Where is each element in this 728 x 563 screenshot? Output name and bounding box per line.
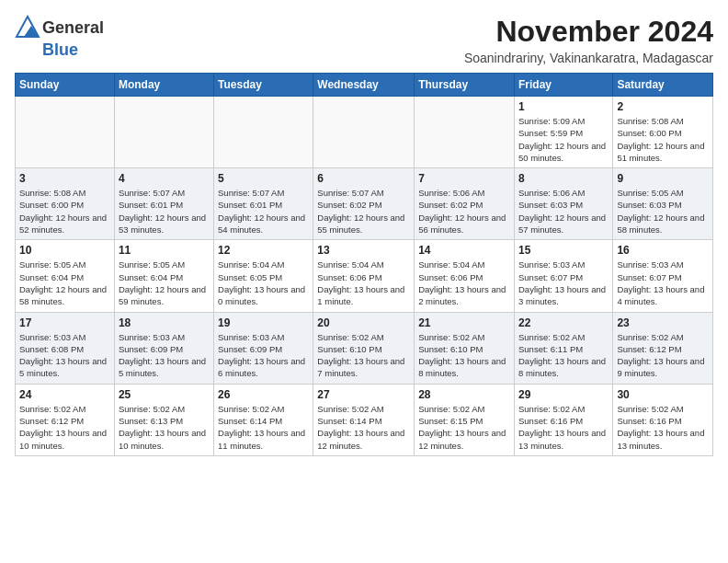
calendar-header-sunday: Sunday <box>16 74 115 97</box>
calendar-day-9: 9Sunrise: 5:05 AM Sunset: 6:03 PM Daylig… <box>613 168 713 240</box>
calendar-day-5: 5Sunrise: 5:07 AM Sunset: 6:01 PM Daylig… <box>214 168 313 240</box>
day-info: Sunrise: 5:06 AM Sunset: 6:02 PM Dayligh… <box>418 187 510 236</box>
calendar: SundayMondayTuesdayWednesdayThursdayFrid… <box>15 73 713 456</box>
calendar-day-26: 26Sunrise: 5:02 AM Sunset: 6:14 PM Dayli… <box>214 384 313 455</box>
calendar-day-13: 13Sunrise: 5:04 AM Sunset: 6:06 PM Dayli… <box>313 240 415 312</box>
calendar-day-20: 20Sunrise: 5:02 AM Sunset: 6:10 PM Dayli… <box>313 312 415 384</box>
day-number: 30 <box>617 388 709 401</box>
title-area: November 2024 Soanindrariny, Vakinankara… <box>464 15 713 65</box>
calendar-day-23: 23Sunrise: 5:02 AM Sunset: 6:12 PM Dayli… <box>613 312 713 384</box>
calendar-empty-cell <box>313 97 415 168</box>
calendar-day-25: 25Sunrise: 5:02 AM Sunset: 6:13 PM Dayli… <box>114 384 213 455</box>
calendar-day-19: 19Sunrise: 5:03 AM Sunset: 6:09 PM Dayli… <box>214 312 313 384</box>
calendar-day-28: 28Sunrise: 5:02 AM Sunset: 6:15 PM Dayli… <box>415 384 515 455</box>
day-number: 8 <box>518 172 609 185</box>
calendar-empty-cell <box>415 97 515 168</box>
calendar-header-saturday: Saturday <box>613 74 713 97</box>
day-number: 12 <box>218 244 309 257</box>
day-number: 3 <box>19 172 110 185</box>
day-info: Sunrise: 5:07 AM Sunset: 6:02 PM Dayligh… <box>317 187 410 236</box>
day-number: 6 <box>317 172 410 185</box>
day-info: Sunrise: 5:08 AM Sunset: 6:00 PM Dayligh… <box>617 115 709 164</box>
day-number: 7 <box>418 172 510 185</box>
logo-icon <box>15 15 40 40</box>
calendar-header-friday: Friday <box>514 74 612 97</box>
day-number: 14 <box>418 244 510 257</box>
day-info: Sunrise: 5:07 AM Sunset: 6:01 PM Dayligh… <box>218 187 309 236</box>
calendar-day-30: 30Sunrise: 5:02 AM Sunset: 6:16 PM Dayli… <box>613 384 713 455</box>
calendar-week-row: 10Sunrise: 5:05 AM Sunset: 6:04 PM Dayli… <box>16 240 713 312</box>
day-number: 23 <box>617 316 709 329</box>
day-number: 5 <box>218 172 309 185</box>
day-info: Sunrise: 5:03 AM Sunset: 6:07 PM Dayligh… <box>617 259 709 307</box>
day-number: 27 <box>317 388 410 401</box>
day-number: 28 <box>418 388 510 401</box>
day-info: Sunrise: 5:03 AM Sunset: 6:09 PM Dayligh… <box>119 331 210 380</box>
calendar-day-14: 14Sunrise: 5:04 AM Sunset: 6:06 PM Dayli… <box>415 240 515 312</box>
calendar-empty-cell <box>16 97 115 168</box>
day-info: Sunrise: 5:04 AM Sunset: 6:06 PM Dayligh… <box>317 259 410 307</box>
day-info: Sunrise: 5:02 AM Sunset: 6:16 PM Dayligh… <box>617 403 709 452</box>
calendar-day-2: 2Sunrise: 5:08 AM Sunset: 6:00 PM Daylig… <box>613 97 713 168</box>
day-number: 21 <box>418 316 510 329</box>
calendar-day-8: 8Sunrise: 5:06 AM Sunset: 6:03 PM Daylig… <box>514 168 612 240</box>
day-info: Sunrise: 5:02 AM Sunset: 6:15 PM Dayligh… <box>418 403 510 452</box>
day-info: Sunrise: 5:09 AM Sunset: 5:59 PM Dayligh… <box>518 115 609 164</box>
day-info: Sunrise: 5:07 AM Sunset: 6:01 PM Dayligh… <box>119 187 210 236</box>
day-number: 18 <box>119 316 210 329</box>
location-title: Soanindrariny, Vakinankaratra, Madagasca… <box>464 51 713 65</box>
day-info: Sunrise: 5:02 AM Sunset: 6:10 PM Dayligh… <box>418 331 510 380</box>
day-number: 1 <box>518 100 609 113</box>
day-info: Sunrise: 5:02 AM Sunset: 6:11 PM Dayligh… <box>518 331 609 380</box>
calendar-empty-cell <box>114 97 213 168</box>
calendar-day-17: 17Sunrise: 5:03 AM Sunset: 6:08 PM Dayli… <box>16 312 115 384</box>
day-number: 16 <box>617 244 709 257</box>
calendar-header-thursday: Thursday <box>415 74 515 97</box>
day-info: Sunrise: 5:02 AM Sunset: 6:14 PM Dayligh… <box>317 403 410 452</box>
calendar-day-11: 11Sunrise: 5:05 AM Sunset: 6:04 PM Dayli… <box>114 240 213 312</box>
day-info: Sunrise: 5:03 AM Sunset: 6:07 PM Dayligh… <box>518 259 609 307</box>
day-number: 13 <box>317 244 410 257</box>
logo-blue: Blue <box>42 40 78 60</box>
day-info: Sunrise: 5:04 AM Sunset: 6:06 PM Dayligh… <box>418 259 510 307</box>
day-number: 17 <box>19 316 110 329</box>
calendar-day-12: 12Sunrise: 5:04 AM Sunset: 6:05 PM Dayli… <box>214 240 313 312</box>
calendar-header-monday: Monday <box>114 74 213 97</box>
day-info: Sunrise: 5:02 AM Sunset: 6:12 PM Dayligh… <box>19 403 110 452</box>
day-number: 2 <box>617 100 709 113</box>
calendar-day-7: 7Sunrise: 5:06 AM Sunset: 6:02 PM Daylig… <box>415 168 515 240</box>
calendar-day-27: 27Sunrise: 5:02 AM Sunset: 6:14 PM Dayli… <box>313 384 415 455</box>
day-info: Sunrise: 5:06 AM Sunset: 6:03 PM Dayligh… <box>518 187 609 236</box>
calendar-day-1: 1Sunrise: 5:09 AM Sunset: 5:59 PM Daylig… <box>514 97 612 168</box>
day-number: 22 <box>518 316 609 329</box>
calendar-day-6: 6Sunrise: 5:07 AM Sunset: 6:02 PM Daylig… <box>313 168 415 240</box>
calendar-empty-cell <box>214 97 313 168</box>
day-number: 4 <box>119 172 210 185</box>
calendar-header-row: SundayMondayTuesdayWednesdayThursdayFrid… <box>16 74 713 97</box>
day-info: Sunrise: 5:08 AM Sunset: 6:00 PM Dayligh… <box>19 187 110 236</box>
calendar-week-row: 3Sunrise: 5:08 AM Sunset: 6:00 PM Daylig… <box>16 168 713 240</box>
calendar-day-3: 3Sunrise: 5:08 AM Sunset: 6:00 PM Daylig… <box>16 168 115 240</box>
calendar-day-21: 21Sunrise: 5:02 AM Sunset: 6:10 PM Dayli… <box>415 312 515 384</box>
day-info: Sunrise: 5:02 AM Sunset: 6:13 PM Dayligh… <box>119 403 210 452</box>
day-info: Sunrise: 5:05 AM Sunset: 6:04 PM Dayligh… <box>19 259 110 307</box>
day-number: 24 <box>19 388 110 401</box>
calendar-week-row: 1Sunrise: 5:09 AM Sunset: 5:59 PM Daylig… <box>16 97 713 168</box>
calendar-day-16: 16Sunrise: 5:03 AM Sunset: 6:07 PM Dayli… <box>613 240 713 312</box>
calendar-day-29: 29Sunrise: 5:02 AM Sunset: 6:16 PM Dayli… <box>514 384 612 455</box>
calendar-header-tuesday: Tuesday <box>214 74 313 97</box>
calendar-day-10: 10Sunrise: 5:05 AM Sunset: 6:04 PM Dayli… <box>16 240 115 312</box>
day-number: 29 <box>518 388 609 401</box>
calendar-day-24: 24Sunrise: 5:02 AM Sunset: 6:12 PM Dayli… <box>16 384 115 455</box>
day-number: 9 <box>617 172 709 185</box>
calendar-day-15: 15Sunrise: 5:03 AM Sunset: 6:07 PM Dayli… <box>514 240 612 312</box>
day-info: Sunrise: 5:03 AM Sunset: 6:09 PM Dayligh… <box>218 331 309 380</box>
day-info: Sunrise: 5:05 AM Sunset: 6:03 PM Dayligh… <box>617 187 709 236</box>
day-number: 15 <box>518 244 609 257</box>
calendar-header-wednesday: Wednesday <box>313 74 415 97</box>
day-number: 20 <box>317 316 410 329</box>
logo-general: General <box>42 18 104 38</box>
day-number: 25 <box>119 388 210 401</box>
day-info: Sunrise: 5:02 AM Sunset: 6:10 PM Dayligh… <box>317 331 410 380</box>
calendar-day-18: 18Sunrise: 5:03 AM Sunset: 6:09 PM Dayli… <box>114 312 213 384</box>
